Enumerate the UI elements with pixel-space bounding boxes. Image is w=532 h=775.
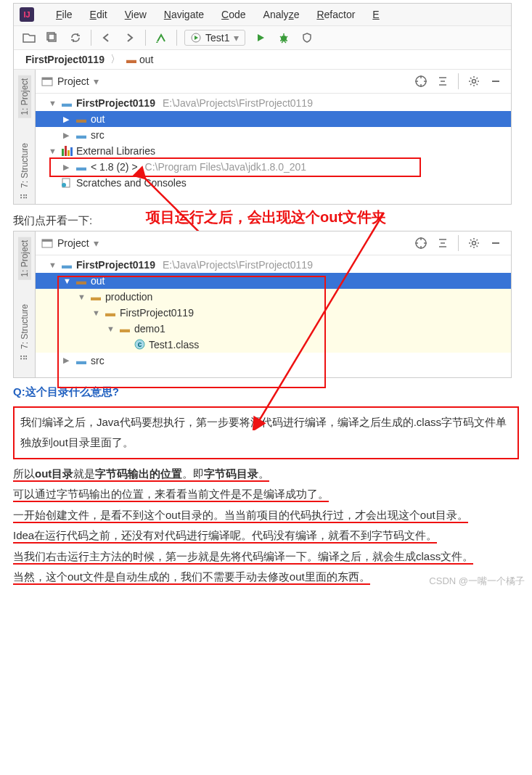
panel-title[interactable]: Project ▾ bbox=[41, 75, 99, 87]
project-tree: ▼ ▬ FirstProject0119 E:\Java\Projects\Fi… bbox=[36, 94, 511, 200]
back-icon[interactable] bbox=[96, 28, 118, 48]
libraries-icon bbox=[60, 145, 73, 157]
tree-row-jdk[interactable]: ▶ ▬ < 1.8 (2) > C:\Program Files\Java\jd… bbox=[36, 159, 511, 175]
tree-row-src[interactable]: ▶ ▬ src bbox=[36, 353, 511, 369]
svg-point-9 bbox=[62, 183, 66, 187]
folder-icon: ▬ bbox=[75, 129, 88, 141]
target-icon[interactable] bbox=[412, 73, 430, 90]
tree-row-src[interactable]: ▶ ▬ src bbox=[36, 127, 511, 143]
side-tabs: 1: Project ⠿7: Structure bbox=[14, 231, 36, 377]
chevron-down-icon: ▾ bbox=[94, 75, 99, 87]
jdk-icon: ▬ bbox=[75, 161, 88, 173]
gear-icon[interactable] bbox=[465, 73, 483, 90]
folder-icon: ▬ bbox=[89, 291, 102, 303]
menu-refactor[interactable]: Refactor bbox=[309, 7, 362, 22]
module-icon: ▬ bbox=[60, 259, 73, 271]
tree-row-class-file[interactable]: ▶ c Test1.class bbox=[36, 337, 511, 353]
save-all-icon[interactable] bbox=[41, 28, 63, 48]
chevron-right-icon: ▶ bbox=[63, 163, 72, 172]
explain-p6: 当我们右击运行主方法的时候，第一步就是先将代码编译一下。编译之后，就会生成cla… bbox=[13, 546, 519, 567]
sync-icon[interactable] bbox=[65, 28, 86, 48]
collapse-icon[interactable] bbox=[433, 73, 452, 90]
project-panel-expanded: 1: Project ⠿7: Structure Project ▾ bbox=[13, 231, 512, 378]
intellij-logo-icon: IJ bbox=[20, 7, 34, 22]
svg-rect-5 bbox=[42, 78, 52, 80]
explain-p5: Idea在运行代码之前，还没有对代码进行编译呢。代码没有编译，就看不到字节码文件… bbox=[13, 525, 519, 546]
svg-point-7 bbox=[472, 80, 476, 83]
menu-code[interactable]: Code bbox=[214, 7, 253, 22]
project-icon bbox=[41, 238, 53, 248]
menu-analyze[interactable]: Analyze bbox=[256, 7, 307, 22]
menu-edit[interactable]: Edit bbox=[83, 7, 115, 22]
hide-icon[interactable] bbox=[486, 73, 505, 90]
tree-row-production[interactable]: ▼ ▬ production bbox=[36, 289, 511, 305]
svg-rect-12 bbox=[42, 239, 52, 242]
tree-row-demo1[interactable]: ▼ ▬ demo1 bbox=[36, 321, 511, 337]
class-file-icon: c bbox=[133, 339, 146, 350]
side-tab-structure[interactable]: ⠿7: Structure bbox=[18, 301, 31, 365]
build-icon[interactable] bbox=[150, 28, 172, 48]
project-panel: Project ▾ ▼ ▬ FirstProject0119 E:\Java\P… bbox=[36, 70, 511, 204]
hide-icon[interactable] bbox=[486, 234, 505, 252]
menu-view[interactable]: View bbox=[118, 7, 154, 22]
project-tree-expanded: ▼ ▬ FirstProject0119 E:\Java\Projects\Fi… bbox=[36, 255, 511, 377]
target-icon[interactable] bbox=[412, 234, 430, 252]
breadcrumb-separator-icon: 〉 bbox=[110, 53, 120, 66]
side-tab-project[interactable]: 1: Project bbox=[18, 237, 31, 280]
chevron-down-icon: ▼ bbox=[107, 324, 115, 333]
tree-row-root[interactable]: ▼ ▬ FirstProject0119 E:\Java\Projects\Fi… bbox=[36, 257, 511, 273]
chevron-down-icon: ▼ bbox=[49, 261, 57, 269]
folder-icon: ▬ bbox=[126, 54, 136, 65]
svg-text:c: c bbox=[137, 340, 142, 348]
menu-bar: IJ FFileile Edit View Navigate Code Anal… bbox=[14, 4, 511, 25]
explain-p4: 一开始创建文件，是看不到这个out目录的。当当前项目的代码执行过，才会出现这个o… bbox=[13, 505, 519, 526]
run-config-name: Test1 bbox=[205, 32, 229, 44]
tree-row-proj[interactable]: ▼ ▬ FirstProject0119 bbox=[36, 305, 511, 321]
chevron-down-icon: ▼ bbox=[49, 99, 57, 107]
module-icon: ▬ bbox=[60, 97, 73, 109]
qa-label: Q:这个目录什么意思? bbox=[0, 378, 532, 403]
tree-row-out[interactable]: ▼ ▬ out bbox=[36, 273, 511, 289]
collapse-icon[interactable] bbox=[433, 234, 452, 252]
watermark: CSDN @一嘴一个橘子 bbox=[429, 575, 525, 588]
menu-file[interactable]: FFileile bbox=[49, 7, 80, 22]
menu-more[interactable]: E bbox=[365, 7, 386, 22]
run-icon[interactable] bbox=[250, 28, 271, 48]
chevron-down-icon: ▾ bbox=[234, 32, 239, 44]
chevron-right-icon: ▶ bbox=[63, 131, 72, 140]
toolbar: Test1 ▾ bbox=[14, 25, 511, 50]
folder-icon: ▬ bbox=[104, 307, 117, 319]
project-icon bbox=[41, 76, 53, 86]
chevron-down-icon: ▼ bbox=[63, 276, 72, 285]
chevron-right-icon: ▶ bbox=[63, 115, 72, 124]
chevron-down-icon: ▾ bbox=[94, 237, 99, 249]
explain-p2: 所以out目录就是字节码输出的位置。即字节码目录。 bbox=[13, 464, 519, 485]
menu-navigate[interactable]: Navigate bbox=[157, 7, 211, 22]
open-icon[interactable] bbox=[18, 28, 40, 48]
side-tab-project[interactable]: 1: Project bbox=[18, 75, 31, 118]
side-tabs: 1: Project ⠿7: Structure bbox=[14, 70, 36, 204]
chevron-down-icon: ▼ bbox=[78, 292, 86, 301]
explain-p1: 我们编译之后，Java代码要想执行，第一步要将源代码进行编译，编译之后生成的.c… bbox=[20, 412, 512, 454]
breadcrumb-out[interactable]: ▬ out bbox=[126, 54, 153, 65]
explanation-box: 我们编译之后，Java代码要想执行，第一步要将源代码进行编译，编译之后生成的.c… bbox=[13, 406, 519, 459]
tree-row-out[interactable]: ▶ ▬ out bbox=[36, 111, 511, 127]
chevron-down-icon: ▼ bbox=[49, 147, 57, 155]
breadcrumb-project[interactable]: FirstProject0119 bbox=[25, 54, 105, 65]
svg-point-3 bbox=[281, 36, 287, 41]
svg-point-14 bbox=[472, 241, 476, 245]
folder-icon: ▬ bbox=[118, 323, 131, 335]
scratches-icon bbox=[60, 177, 73, 189]
gear-icon[interactable] bbox=[465, 234, 483, 252]
forward-icon[interactable] bbox=[119, 28, 141, 48]
folder-icon: ▬ bbox=[75, 355, 88, 366]
tree-row-root[interactable]: ▼ ▬ FirstProject0119 E:\Java\Projects\Fi… bbox=[36, 95, 511, 111]
debug-icon[interactable] bbox=[273, 28, 295, 48]
app-icon bbox=[191, 33, 201, 43]
tree-row-ext-libs[interactable]: ▼ External Libraries bbox=[36, 143, 511, 159]
coverage-icon[interactable] bbox=[296, 28, 318, 48]
panel-title[interactable]: Project ▾ bbox=[41, 237, 99, 249]
tree-row-scratches[interactable]: ▶ Scratches and Consoles bbox=[36, 175, 511, 191]
run-configuration-selector[interactable]: Test1 ▾ bbox=[184, 30, 245, 46]
side-tab-structure[interactable]: ⠿7: Structure bbox=[18, 140, 31, 204]
